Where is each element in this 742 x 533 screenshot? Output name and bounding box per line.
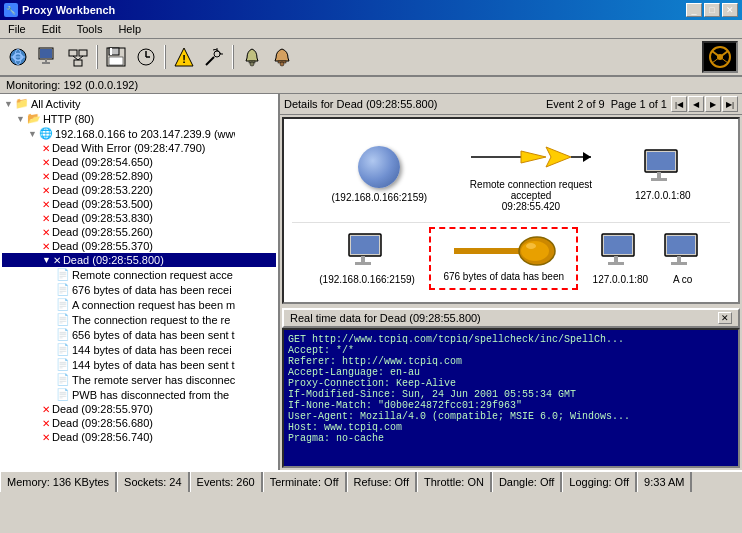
menu-bar: File Edit Tools Help [0, 20, 742, 39]
window-title: Proxy Workbench [22, 4, 115, 16]
svg-rect-9 [74, 60, 82, 66]
toolbar: ! [0, 39, 742, 77]
menu-tools[interactable]: Tools [73, 22, 107, 36]
nav-last[interactable]: ▶| [722, 96, 738, 112]
svg-marker-33 [521, 151, 546, 163]
tree-all-activity[interactable]: ▼ 📁 All Activity [2, 96, 276, 111]
svg-point-48 [526, 243, 536, 249]
toolbar-btn-clock[interactable] [132, 43, 160, 71]
node-computer-1: 127.0.0.1:80 [635, 148, 691, 201]
node-sphere: (192.168.0.166:2159) [331, 146, 427, 203]
svg-rect-5 [45, 59, 47, 62]
node4-label: 127.0.0.1:80 [593, 274, 649, 285]
main-panels: ▼ 📁 All Activity ▼ 📂 HTTP (80) ▼ 🌐 192.1… [0, 94, 742, 470]
toolbar-btn-save[interactable] [102, 43, 130, 71]
status-logging: Logging: Off [562, 472, 637, 492]
svg-rect-56 [671, 262, 687, 265]
tree-child-656[interactable]: 📄 656 bytes of data has been sent t [2, 327, 276, 342]
details-title: Details for Dead (09:28:55.800) [284, 98, 546, 110]
tree-dead-9[interactable]: ✕ Dead (09:28:56.680) [2, 416, 276, 430]
svg-text:!: ! [182, 53, 186, 65]
tree-dead-6[interactable]: ✕ Dead (09:28:55.260) [2, 225, 276, 239]
tree-dead-5[interactable]: ✕ Dead (09:28:53.830) [2, 211, 276, 225]
realtime-close-button[interactable]: ✕ [718, 312, 732, 324]
menu-help[interactable]: Help [114, 22, 145, 36]
toolbar-btn-2[interactable] [34, 43, 62, 71]
tree-child-676[interactable]: 📄 676 bytes of data has been recei [2, 282, 276, 297]
svg-rect-52 [608, 262, 624, 265]
toolbar-btn-warning[interactable]: ! [170, 43, 198, 71]
maximize-button[interactable]: □ [704, 3, 720, 17]
menu-file[interactable]: File [4, 22, 30, 36]
tree-dead-3[interactable]: ✕ Dead (09:28:53.220) [2, 183, 276, 197]
tree-view[interactable]: ▼ 📁 All Activity ▼ 📂 HTTP (80) ▼ 🌐 192.1… [0, 94, 278, 470]
status-events: Events: 260 [190, 472, 263, 492]
node5-label: A co [673, 274, 692, 285]
tree-dead-2[interactable]: ✕ Dead (09:28:52.890) [2, 169, 276, 183]
svg-rect-4 [40, 49, 52, 58]
node-computer-3: 127.0.0.1:80 [593, 232, 649, 285]
svg-point-47 [521, 241, 549, 261]
svg-rect-40 [651, 178, 667, 181]
toolbar-btn-bell1[interactable] [238, 43, 266, 71]
tree-child-connection[interactable]: 📄 A connection request has been m [2, 297, 276, 312]
tree-child-144-2[interactable]: 📄 144 bytes of data has been sent t [2, 357, 276, 372]
logo [702, 41, 738, 73]
tree-dead-error[interactable]: ✕ Dead With Error (09:28:47.790) [2, 141, 276, 155]
toolbar-btn-1[interactable] [4, 43, 32, 71]
svg-point-26 [250, 62, 254, 66]
tree-dead-selected[interactable]: ▼ ✕ Dead (09:28:55.800) [2, 253, 276, 267]
toolbar-btn-3[interactable] [64, 43, 92, 71]
dashed-box: 676 bytes of data has been [429, 227, 578, 290]
node1-label: (192.168.0.166:2159) [331, 192, 427, 203]
tree-http[interactable]: ▼ 📂 HTTP (80) [2, 111, 276, 126]
minimize-button[interactable]: _ [686, 3, 702, 17]
tree-child-pwb[interactable]: 📄 PWB has disconnected from the [2, 387, 276, 402]
tree-child-request[interactable]: 📄 The connection request to the re [2, 312, 276, 327]
tree-child-144-1[interactable]: 📄 144 bytes of data has been recei [2, 342, 276, 357]
tree-ip-connection[interactable]: ▼ 🌐 192.168.0.166 to 203.147.239.9 (www.… [2, 126, 276, 141]
title-bar: 🔧 Proxy Workbench _ □ ✕ [0, 0, 742, 20]
svg-rect-42 [351, 236, 379, 254]
tree-dead-1[interactable]: ✕ Dead (09:28:54.650) [2, 155, 276, 169]
svg-rect-14 [110, 48, 112, 55]
tree-dead-7[interactable]: ✕ Dead (09:28:55.370) [2, 239, 276, 253]
status-refuse: Refuse: Off [347, 472, 417, 492]
tree-dead-8[interactable]: ✕ Dead (09:28:55.970) [2, 402, 276, 416]
status-dangle: Dangle: Off [492, 472, 562, 492]
nav-next[interactable]: ▶ [705, 96, 721, 112]
svg-marker-34 [546, 147, 571, 167]
status-terminate: Terminate: Off [263, 472, 347, 492]
svg-line-10 [73, 56, 78, 60]
svg-point-28 [280, 62, 284, 66]
tree-dead-4[interactable]: ✕ Dead (09:28:53.500) [2, 197, 276, 211]
details-header: Details for Dead (09:28:55.800) Event 2 … [280, 94, 742, 115]
svg-rect-39 [657, 172, 661, 178]
tree-dead-10[interactable]: ✕ Dead (09:28:56.740) [2, 430, 276, 444]
svg-rect-50 [604, 236, 632, 254]
svg-rect-43 [361, 256, 365, 262]
menu-edit[interactable]: Edit [38, 22, 65, 36]
event-label: Event 2 of 9 [546, 98, 605, 110]
svg-rect-54 [667, 236, 695, 254]
realtime-content[interactable]: GET http://www.tcpiq.com/tcpiq/spellchec… [282, 328, 740, 468]
lightning-arrow: Remote connection request accepted09:28:… [466, 137, 596, 212]
toolbar-btn-satellite[interactable] [200, 43, 228, 71]
page-label: Page 1 of 1 [611, 98, 667, 110]
svg-rect-6 [42, 62, 50, 64]
tree-child-remote-server[interactable]: 📄 The remote server has disconnec [2, 372, 276, 387]
tree-child-remote[interactable]: 📄 Remote connection request acce [2, 267, 276, 282]
nav-first[interactable]: |◀ [671, 96, 687, 112]
realtime-panel: Real time data for Dead (09:28:55.800) ✕… [282, 308, 740, 468]
status-memory: Memory: 136 KBytes [0, 472, 117, 492]
toolbar-btn-bell2[interactable] [268, 43, 296, 71]
svg-rect-7 [69, 50, 77, 56]
left-panel: ▼ 📁 All Activity ▼ 📂 HTTP (80) ▼ 🌐 192.1… [0, 94, 280, 470]
node2-label: 127.0.0.1:80 [635, 190, 691, 201]
svg-point-31 [717, 54, 723, 60]
close-button[interactable]: ✕ [722, 3, 738, 17]
svg-rect-55 [677, 256, 681, 262]
realtime-header: Real time data for Dead (09:28:55.800) ✕ [282, 308, 740, 328]
realtime-title: Real time data for Dead (09:28:55.800) [290, 312, 481, 324]
nav-prev[interactable]: ◀ [688, 96, 704, 112]
